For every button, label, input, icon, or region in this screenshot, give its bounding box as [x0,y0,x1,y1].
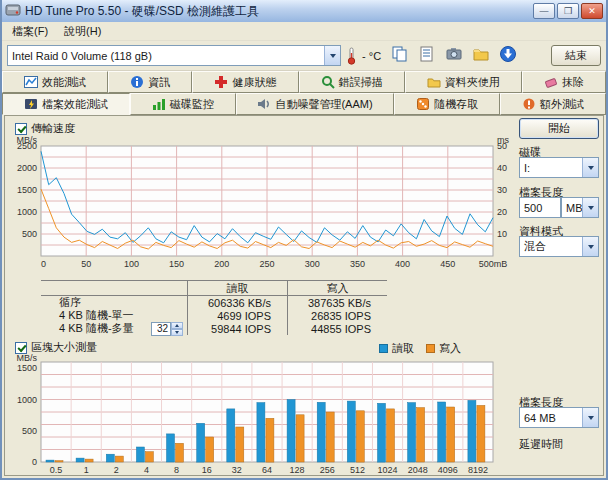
tab-health[interactable]: 健康狀態 [192,71,298,93]
tab-label: 磁碟監控 [170,97,214,112]
capture-icon [445,45,463,66]
svg-text:2000: 2000 [17,163,37,173]
svg-text:1024: 1024 [378,465,398,475]
tab-label: 隨機存取 [434,97,478,112]
thread-count-spinner[interactable]: 32 [151,322,183,336]
tab-row-secondary: 檔案效能測試磁碟監控自動噪聲管理(AAM)隨機存取額外測試 [2,93,606,115]
disk-monitor-icon [152,97,166,111]
exit-button[interactable]: 結束 [551,45,601,66]
tab-erase[interactable]: 抹除 [522,71,606,93]
svg-text:50: 50 [81,259,91,269]
drive-selector-combobox[interactable]: Intel Raid 0 Volume (118 gB) [7,45,341,66]
tab-error-scan[interactable]: 錯誤掃描 [299,71,405,93]
erase-icon [544,75,558,89]
block-file-length-combobox[interactable]: 64 MB [519,407,599,428]
tab-extra-tests[interactable]: 額外測試 [500,93,606,115]
random-access-icon [416,97,430,111]
svg-text:1500: 1500 [17,363,37,373]
svg-text:32: 32 [232,465,242,475]
tab-folder-usage[interactable]: 資料夾使用 [405,71,522,93]
tab-label: 資料夾使用 [445,75,500,90]
checkbox-checked-icon [15,342,27,354]
report-button[interactable] [415,45,439,67]
results-table: 讀取寫入循序606336 KB/s387635 KB/s4 KB 隨機-單一46… [41,280,387,335]
toolbar: Intel Raid 0 Volume (118 gB) - °C 結束 [2,41,606,71]
spinner-value: 32 [151,322,171,336]
block-size-checkbox[interactable]: 區塊大小測量 [15,340,97,355]
tab-info[interactable]: 資訊 [108,71,192,93]
menu-file[interactable]: 檔案(F) [4,22,56,41]
block-size-chart: MB/s1500100050000.5124816326412825651210… [5,354,517,476]
folder-button[interactable] [469,45,493,67]
svg-text:500: 500 [22,426,37,436]
data-mode-combobox[interactable]: 混合 [519,236,599,257]
write-column-header: 寫入 [287,281,387,295]
window-controls: — ❒ ✕ [533,3,603,19]
svg-text:MB/s: MB/s [16,354,37,363]
tab-label: 額外測試 [540,97,584,112]
tab-random-access[interactable]: 隨機存取 [394,93,500,115]
svg-text:0: 0 [32,457,37,467]
svg-text:100: 100 [124,259,139,269]
tab-label: 檔案效能測試 [42,97,108,112]
svg-text:20: 20 [497,207,507,217]
svg-text:50: 50 [497,141,507,151]
svg-text:150: 150 [169,259,184,269]
svg-text:4096: 4096 [438,465,458,475]
latency-label: 延遲時間 [519,437,563,452]
svg-text:400: 400 [395,259,410,269]
file-length-input[interactable]: 500 [519,197,561,218]
svg-text:500: 500 [22,229,37,239]
result-label: 4 KB 隨機-多量 [59,321,134,336]
tab-label: 自動噪聲管理(AAM) [275,97,372,112]
download-button[interactable] [496,45,520,67]
svg-text:8: 8 [174,465,179,475]
svg-text:250: 250 [259,259,274,269]
error-scan-icon [321,75,335,89]
tab-file-benchmark[interactable]: 檔案效能測試 [2,93,130,115]
disk-combobox[interactable]: I: [519,157,599,178]
read-column-header: 讀取 [187,281,287,295]
svg-text:2048: 2048 [408,465,428,475]
aam-icon [257,97,271,111]
svg-text:10: 10 [497,229,507,239]
chevron-down-icon[interactable] [582,198,598,217]
minimize-button[interactable]: — [533,3,555,19]
svg-text:350: 350 [350,259,365,269]
result-row: 4 KB 隨機-多量3259844 IOPS44855 IOPS [41,322,387,335]
spinner-down-button[interactable] [171,329,183,336]
svg-text:40: 40 [497,163,507,173]
tab-benchmark[interactable]: 效能測試 [2,71,108,93]
svg-text:1500: 1500 [17,185,37,195]
svg-text:512: 512 [350,465,365,475]
app-icon [5,2,21,20]
svg-text:2500: 2500 [17,141,37,151]
svg-text:300: 300 [305,259,320,269]
write-value: 26835 IOPS [287,309,387,322]
write-value: 387635 KB/s [287,296,387,309]
tab-aam[interactable]: 自動噪聲管理(AAM) [236,93,395,115]
file-benchmark-icon [24,97,38,111]
capture-button[interactable] [442,45,466,67]
maximize-button[interactable]: ❒ [557,3,579,19]
svg-text:128: 128 [290,465,305,475]
chevron-down-icon[interactable] [582,158,598,177]
tab-label: 資訊 [148,75,170,90]
start-button[interactable]: 開始 [519,118,599,139]
file-benchmark-panel: 傳輸速度 MB/sms25002000150010005005040302010… [4,115,604,476]
folder-usage-icon [427,75,441,89]
svg-text:1: 1 [84,465,89,475]
close-button[interactable]: ✕ [581,3,603,19]
menu-help[interactable]: 說明(H) [56,22,109,41]
download-icon [499,45,517,66]
spinner-up-button[interactable] [171,322,183,329]
file-length-unit-combobox[interactable]: MB [561,197,599,218]
copy-button[interactable] [388,45,412,67]
tab-disk-monitor[interactable]: 磁碟監控 [130,93,236,115]
titlebar[interactable]: HD Tune Pro 5.50 - 硬碟/SSD 檢測維護工具 — ❒ ✕ [2,0,606,22]
svg-text:1000: 1000 [17,395,37,405]
chevron-down-icon[interactable] [582,408,598,427]
chevron-down-icon[interactable] [582,237,598,256]
results-header-row: 讀取寫入 [41,281,387,296]
chevron-down-icon[interactable] [324,46,340,65]
